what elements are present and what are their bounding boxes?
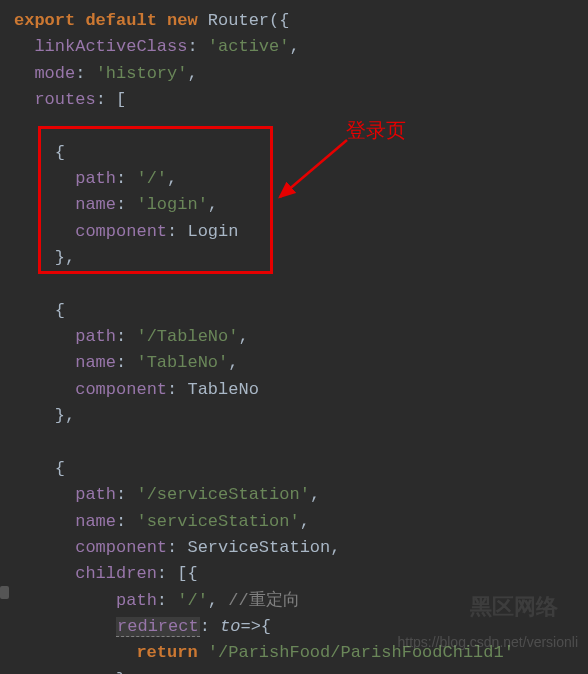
brace-close: }, <box>55 406 75 425</box>
brace-open: { <box>55 143 65 162</box>
ident-tableno: TableNo <box>187 380 258 399</box>
prop-component: component <box>75 380 167 399</box>
class-router: Router <box>208 11 269 30</box>
string-active: 'active' <box>208 37 290 56</box>
prop-name: name <box>75 512 116 531</box>
scrollbar-thumb[interactable] <box>0 586 9 599</box>
brace-open: { <box>55 459 65 478</box>
keyword-return: return <box>136 643 197 662</box>
brace-open: { <box>55 301 65 320</box>
string-parishfood: '/ParishFood/ParishFoodChild1' <box>208 643 514 662</box>
keyword-default: default <box>85 11 156 30</box>
ident-login: Login <box>187 222 238 241</box>
ident-servicestation: ServiceStation <box>187 538 330 557</box>
prop-name: name <box>75 353 116 372</box>
keyword-new: new <box>167 11 198 30</box>
keyword-export: export <box>14 11 75 30</box>
prop-redirect: redirect <box>116 617 200 637</box>
punct: ({ <box>269 11 289 30</box>
string-root: '/' <box>136 169 167 188</box>
prop-path: path <box>75 169 116 188</box>
brace-close: }, <box>55 248 75 267</box>
string-tableno-name: 'TableNo' <box>136 353 228 372</box>
string-tableno: '/TableNo' <box>136 327 238 346</box>
prop-path: path <box>75 327 116 346</box>
prop-component: component <box>75 222 167 241</box>
prop-children: children <box>75 564 157 583</box>
prop-path-child: path <box>116 591 157 610</box>
prop-mode: mode <box>34 64 75 83</box>
comment-redirect: //重定向 <box>228 591 299 610</box>
param-to: to <box>220 617 240 636</box>
code-block: export default new Router({ linkActiveCl… <box>0 8 588 674</box>
string-root-child: '/' <box>177 591 208 610</box>
string-servicestation: '/serviceStation' <box>136 485 309 504</box>
prop-path: path <box>75 485 116 504</box>
prop-routes: routes <box>34 90 95 109</box>
string-history: 'history' <box>96 64 188 83</box>
string-login: 'login' <box>136 195 207 214</box>
string-servicestation-name: 'serviceStation' <box>136 512 299 531</box>
prop-name: name <box>75 195 116 214</box>
prop-linkactiveclass: linkActiveClass <box>34 37 187 56</box>
prop-component: component <box>75 538 167 557</box>
brace-close: }, <box>116 670 136 674</box>
